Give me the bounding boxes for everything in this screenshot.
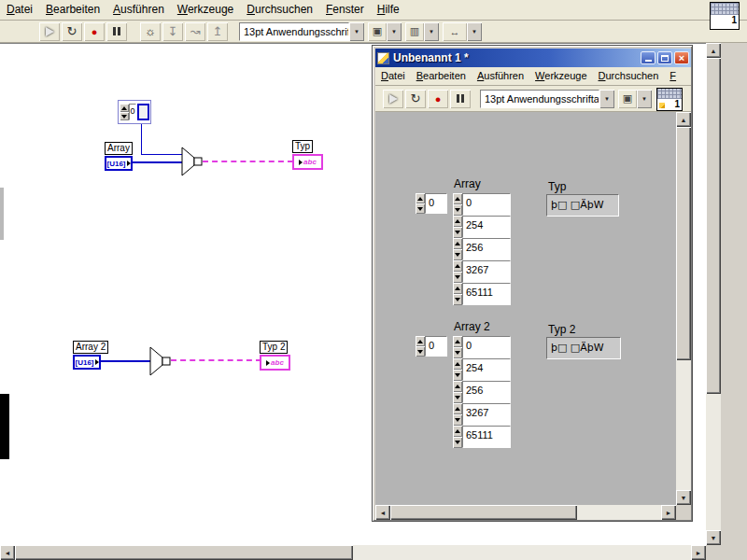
- vi-icon[interactable]: 1: [656, 88, 683, 111]
- element-spinner[interactable]: [453, 426, 462, 448]
- main-menu-werkzeuge[interactable]: Werkzeuge: [171, 0, 240, 20]
- reorder-combo[interactable]: ↔ ▼: [443, 22, 482, 41]
- scrollbar-thumb[interactable]: [676, 127, 691, 360]
- increment-icon[interactable]: [453, 238, 462, 249]
- decrement-icon[interactable]: [453, 294, 462, 305]
- scroll-right-button[interactable]: ►: [661, 505, 676, 520]
- array-constant[interactable]: 0: [118, 100, 151, 124]
- typecast-node[interactable]: [149, 346, 172, 378]
- align-dropdown-button[interactable]: ▼: [387, 22, 402, 41]
- array1-element-1[interactable]: 254: [462, 216, 511, 238]
- typ2-terminal-label[interactable]: Typ 2: [260, 341, 288, 354]
- scrollbar-thumb[interactable]: [706, 58, 721, 394]
- increment-icon[interactable]: [453, 283, 462, 294]
- element-spinner[interactable]: [453, 381, 462, 403]
- array-element-row[interactable]: 0: [453, 193, 511, 216]
- array2-terminal-label[interactable]: Array 2: [73, 341, 108, 354]
- array1-element-3[interactable]: 3267: [462, 260, 511, 283]
- align-dropdown-button[interactable]: ▼: [637, 90, 652, 108]
- decrement-icon[interactable]: [120, 112, 129, 120]
- array2-element-2[interactable]: 256: [462, 381, 511, 403]
- increment-icon[interactable]: [453, 381, 462, 392]
- array2-elements[interactable]: 0 254 256 3267 65111: [453, 336, 511, 448]
- array1-element-2[interactable]: 256: [462, 238, 511, 260]
- font-selector[interactable]: 13pt Anwendungsschriftart ▼: [480, 90, 614, 108]
- decrement-icon[interactable]: [453, 437, 462, 448]
- increment-icon[interactable]: [453, 336, 462, 347]
- array-element-row[interactable]: 3267: [453, 403, 511, 426]
- fp-menu-datei[interactable]: Datei: [375, 67, 411, 85]
- pause-button[interactable]: [450, 90, 471, 108]
- highlight-execution-button[interactable]: ☼: [140, 22, 161, 41]
- run-button[interactable]: [39, 22, 60, 41]
- align-objects-combo[interactable]: ▣ ▼: [618, 90, 652, 108]
- increment-icon[interactable]: [120, 104, 129, 112]
- front-panel-window[interactable]: Unbenannt 1 * × Datei Bearbeiten Ausführ…: [372, 45, 693, 522]
- fp-menu-ausfuehren[interactable]: Ausführen: [472, 67, 529, 85]
- array1-index-value[interactable]: 0: [425, 193, 447, 214]
- run-button[interactable]: [383, 90, 403, 108]
- main-vertical-scrollbar[interactable]: ▲ ▼: [706, 43, 721, 545]
- array2-element-4[interactable]: 65111: [462, 426, 511, 448]
- decrement-icon[interactable]: [453, 249, 462, 260]
- increment-icon[interactable]: [453, 403, 462, 414]
- array1-element-4[interactable]: 65111: [462, 283, 511, 305]
- fp-horizontal-scrollbar[interactable]: ◄ ►: [375, 505, 676, 520]
- typecast-node[interactable]: [181, 147, 204, 178]
- scroll-left-button[interactable]: ◄: [0, 545, 15, 560]
- element-spinner[interactable]: [453, 403, 462, 426]
- front-panel-titlebar[interactable]: Unbenannt 1 * ×: [375, 49, 691, 67]
- increment-icon[interactable]: [453, 260, 462, 272]
- scroll-up-button[interactable]: ▲: [676, 112, 691, 127]
- scroll-down-button[interactable]: ▼: [676, 490, 691, 505]
- main-menu-bearbeiten[interactable]: Bearbeiten: [39, 0, 106, 20]
- fp-menu-fenster-clipped[interactable]: F: [664, 67, 682, 85]
- decrement-icon[interactable]: [453, 414, 462, 426]
- array-element-row[interactable]: 254: [453, 358, 511, 381]
- run-continuous-button[interactable]: ↻: [405, 90, 426, 108]
- array-element-row[interactable]: 65111: [453, 283, 511, 305]
- scrollbar-thumb[interactable]: [390, 505, 577, 520]
- array2-element-1[interactable]: 254: [462, 358, 511, 381]
- array2-index-control[interactable]: 0: [416, 336, 447, 357]
- string2-wire[interactable]: [171, 359, 261, 361]
- font-dropdown-button[interactable]: ▼: [599, 90, 614, 108]
- step-out-button[interactable]: ↥: [207, 22, 228, 41]
- type-wire-horizontal[interactable]: [141, 154, 184, 155]
- array2-index-spinner[interactable]: [416, 336, 425, 357]
- array-element-row[interactable]: 256: [453, 238, 511, 260]
- decrement-icon[interactable]: [453, 204, 462, 216]
- run-continuous-button[interactable]: ↻: [62, 22, 82, 41]
- step-into-button[interactable]: ↧: [162, 22, 183, 41]
- element-spinner[interactable]: [453, 193, 462, 216]
- typ1-terminal[interactable]: abc: [292, 154, 323, 170]
- distribute-objects-combo[interactable]: ▥ ▼: [405, 22, 439, 41]
- scroll-down-button[interactable]: ▼: [706, 530, 721, 545]
- vi-icon[interactable]: 1: [710, 2, 740, 30]
- scrollbar-thumb[interactable]: [15, 545, 353, 560]
- font-dropdown-button[interactable]: ▼: [349, 22, 364, 41]
- increment-icon[interactable]: [453, 216, 462, 227]
- decrement-icon[interactable]: [453, 347, 462, 358]
- array2-element-0[interactable]: 0: [462, 336, 511, 358]
- decrement-icon[interactable]: [416, 346, 425, 357]
- element-spinner[interactable]: [453, 336, 462, 358]
- distribute-dropdown-button[interactable]: ▼: [424, 22, 439, 41]
- pause-button[interactable]: [106, 22, 127, 41]
- decrement-icon[interactable]: [453, 370, 462, 381]
- array-constant-index-spinner[interactable]: [120, 104, 129, 120]
- main-menu-datei[interactable]: Datei: [0, 0, 39, 20]
- array1-element-0[interactable]: 0: [462, 193, 511, 216]
- fp-menu-werkzeuge[interactable]: Werkzeuge: [529, 67, 592, 85]
- element-spinner[interactable]: [453, 216, 462, 238]
- element-spinner[interactable]: [453, 238, 462, 260]
- fp-menu-durchsuchen[interactable]: Durchsuchen: [593, 67, 665, 85]
- array-element-row[interactable]: 0: [453, 336, 511, 358]
- font-selector[interactable]: 13pt Anwendungsschriftart ▼: [239, 22, 364, 41]
- array1-index-control[interactable]: 0: [416, 193, 447, 214]
- close-button[interactable]: ×: [674, 51, 689, 64]
- array1-terminal[interactable]: [U16]: [105, 156, 133, 171]
- array1-terminal-label[interactable]: Array: [105, 142, 133, 155]
- front-panel-canvas[interactable]: 0 Array 0 254 256 3267: [375, 112, 676, 505]
- array2-wire[interactable]: [101, 360, 151, 362]
